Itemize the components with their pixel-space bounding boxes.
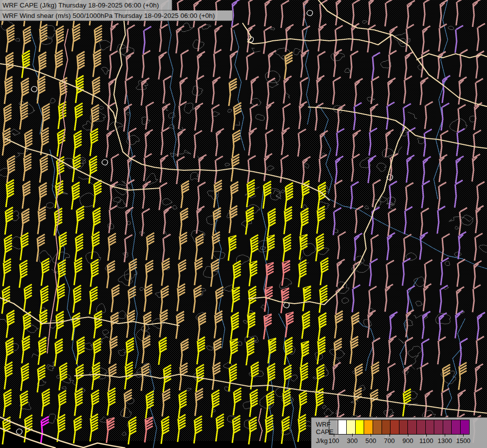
legend-tick xyxy=(334,434,334,437)
legend-swatch-3 xyxy=(356,420,365,434)
legend-swatch-8 xyxy=(399,420,408,434)
legend-swatch-0 xyxy=(329,420,338,434)
legend-swatch-14 xyxy=(452,420,461,434)
legend-swatch-2 xyxy=(347,420,356,434)
legend-swatch-6 xyxy=(382,420,391,434)
legend-tick-label: 1300 xyxy=(438,437,452,445)
weather-map-screenshot: WRF CAPE (J/kg) Thursday 18-09-2025 06:0… xyxy=(0,0,487,448)
map-title-wind-shear: WRF Wind shear (m/s) 500/1000hPa Thursda… xyxy=(0,10,233,21)
legend-tick-label: 700 xyxy=(384,437,395,445)
legend-swatch-4 xyxy=(364,420,373,434)
legend-swatch-1 xyxy=(338,420,347,434)
map-title-cape: WRF CAPE (J/kg) Thursday 18-09-2025 06:0… xyxy=(0,0,172,10)
legend-tick-label: 300 xyxy=(347,437,358,445)
legend-tick xyxy=(371,434,371,437)
legend-tick-label: 1500 xyxy=(456,437,471,445)
legend-tick-label: 500 xyxy=(366,437,377,445)
legend-swatch-5 xyxy=(373,420,382,434)
legend-tick-label: 100 xyxy=(328,437,339,445)
legend-swatch-13 xyxy=(443,420,452,434)
legend-color-scale xyxy=(329,420,470,435)
legend-tick xyxy=(426,434,427,437)
weather-map xyxy=(0,0,487,448)
legend-swatch-10 xyxy=(417,420,426,434)
legend-tick-label: 900 xyxy=(402,437,413,445)
legend-tick xyxy=(390,434,390,437)
cape-color-legend: WRF CAPE J/kg 10030050070090011001300150… xyxy=(311,417,487,448)
legend-swatch-15 xyxy=(461,420,469,434)
legend-label-unit: J/kg xyxy=(316,438,328,444)
legend-swatch-12 xyxy=(434,420,443,434)
legend-tick xyxy=(463,434,464,437)
legend-swatch-11 xyxy=(426,420,435,434)
legend-swatch-9 xyxy=(408,420,417,434)
legend-tick xyxy=(352,434,353,437)
legend-tick xyxy=(408,434,408,437)
legend-swatch-7 xyxy=(390,420,399,434)
legend-tick-label: 1100 xyxy=(419,437,433,445)
legend-tick xyxy=(445,434,445,437)
